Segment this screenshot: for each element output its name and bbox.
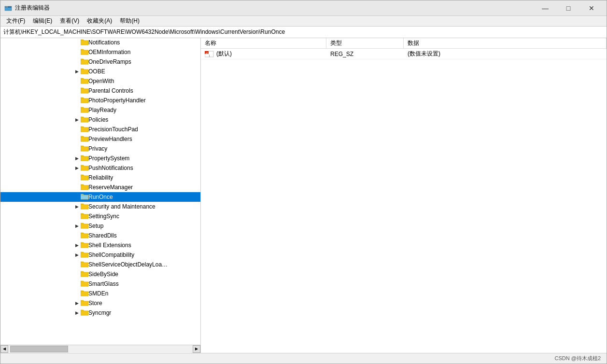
tree-item-oobe[interactable]: ▶ OOBE	[0, 67, 200, 76]
expand-icon-photopropertyhandler	[73, 97, 81, 104]
expand-icon-oobe[interactable]: ▶	[73, 68, 81, 75]
menu-item-e[interactable]: 编辑(E)	[29, 16, 56, 26]
tree-item-shellextensions[interactable]: ▶ Shell Extensions	[0, 240, 200, 250]
folder-icon-parentalcontrols	[81, 87, 88, 95]
menu-item-a[interactable]: 收藏夹(A)	[83, 16, 116, 26]
expand-icon-pushnotifications[interactable]: ▶	[73, 164, 81, 172]
tree-item-reservemanager[interactable]: ReserveManager	[0, 182, 200, 192]
detail-row-0[interactable]: ab | (默认)REG_SZ(数值未设置)	[201, 49, 607, 59]
menu-bar: 文件(F)编辑(E)查看(V)收藏夹(A)帮助(H)	[0, 16, 607, 27]
svg-point-2	[6, 6, 7, 7]
folder-icon-openwith	[81, 77, 88, 85]
window-title: 注册表编辑器	[15, 4, 50, 12]
tree-item-photopropertyhandler[interactable]: PhotoPropertyHandler	[0, 96, 200, 105]
detail-header: 名称 类型 数据	[201, 38, 607, 49]
tree-item-openwith[interactable]: OpenWith	[0, 76, 200, 86]
status-text: CSDN @待木成植2	[554, 355, 601, 362]
tree-label-photopropertyhandler: PhotoPropertyHandler	[88, 97, 146, 104]
expand-icon-smartglass	[73, 280, 81, 288]
tree-item-settingsync[interactable]: SettingSync	[0, 211, 200, 221]
tree-item-oeminformation[interactable]: OEMInformation	[0, 47, 200, 57]
tree-label-reliability: Reliability	[88, 174, 113, 181]
tree-label-runonce: RunOnce	[88, 194, 113, 200]
expand-icon-openwith	[73, 77, 81, 85]
tree-item-reliability[interactable]: Reliability	[0, 173, 200, 182]
expand-icon-policies[interactable]: ▶	[73, 116, 81, 124]
menu-item-v[interactable]: 查看(V)	[56, 16, 83, 26]
tree-label-sidebyside: SideBySide	[88, 271, 118, 278]
close-button[interactable]: ✕	[580, 0, 603, 16]
tree-label-shareddlls: SharedDlls	[88, 232, 117, 239]
expand-icon-sidebyside	[73, 270, 81, 278]
tree-label-pushnotifications: PushNotifications	[88, 165, 133, 171]
tree-item-smden[interactable]: SMDEn	[0, 289, 200, 298]
tree-label-previewhandlers: PreviewHandlers	[88, 136, 132, 142]
tree-item-runonce[interactable]: RunOnce	[0, 192, 200, 202]
expand-icon-shareddlls	[73, 232, 81, 239]
minimize-button[interactable]: —	[534, 0, 556, 16]
tree-item-securityandmaintenance[interactable]: ▶ Security and Maintenance	[0, 202, 200, 211]
col-header-type: 类型	[326, 38, 404, 48]
folder-icon-photopropertyhandler	[81, 97, 88, 105]
col-header-name: 名称	[201, 38, 326, 48]
tree-item-setup[interactable]: ▶ Setup	[0, 221, 200, 231]
tree-item-playready[interactable]: PlayReady	[0, 105, 200, 115]
tree-item-shellserviceobjectdelayload[interactable]: ShellServiceObjectDelayLoa…	[0, 260, 200, 269]
tree-item-privacy[interactable]: Privacy	[0, 144, 200, 154]
folder-icon-shareddlls	[81, 232, 88, 240]
expand-icon-shellextensions[interactable]: ▶	[73, 241, 81, 249]
tree-label-store: Store	[88, 300, 102, 307]
folder-icon-propertysystem	[81, 154, 88, 163]
tree-item-onedriveramps[interactable]: OneDriveRamps	[0, 57, 200, 67]
title-bar: 注册表编辑器 — □ ✕	[0, 0, 607, 16]
folder-icon-smartglass	[81, 280, 88, 288]
menu-item-h[interactable]: 帮助(H)	[116, 16, 143, 26]
tree-label-setup: Setup	[88, 223, 103, 229]
folder-icon-previewhandlers	[81, 135, 88, 143]
menu-item-f[interactable]: 文件(F)	[2, 16, 29, 26]
tree-label-openwith: OpenWith	[88, 78, 114, 84]
tree-item-sidebyside[interactable]: SideBySide	[0, 269, 200, 279]
expand-icon-propertysystem[interactable]: ▶	[73, 154, 81, 162]
tree-pane: Notifications OEMInformation OneDriveRam…	[0, 38, 201, 353]
tree-hscrollbar[interactable]: ◀ ▶	[0, 345, 200, 352]
tree-item-parentalcontrols[interactable]: Parental Controls	[0, 86, 200, 96]
tree-item-syncmgr[interactable]: ▶ Syncmgr	[0, 308, 200, 318]
tree-scroll[interactable]: Notifications OEMInformation OneDriveRam…	[0, 38, 200, 345]
folder-icon-setup	[81, 222, 88, 230]
expand-icon-settingsync	[73, 212, 81, 220]
expand-icon-store[interactable]: ▶	[73, 299, 81, 307]
expand-icon-smden	[73, 290, 81, 297]
tree-item-precisiontouchpad[interactable]: PrecisionTouchPad	[0, 125, 200, 134]
expand-icon-setup[interactable]: ▶	[73, 222, 81, 230]
expand-icon-syncmgr[interactable]: ▶	[73, 309, 81, 317]
folder-icon-precisiontouchpad	[81, 126, 88, 134]
folder-icon-smden	[81, 290, 88, 298]
expand-icon-onedriveramps	[73, 58, 81, 66]
tree-item-store[interactable]: ▶ Store	[0, 298, 200, 308]
tree-item-shareddlls[interactable]: SharedDlls	[0, 231, 200, 240]
maximize-button[interactable]: □	[557, 0, 579, 16]
tree-item-smartglass[interactable]: SmartGlass	[0, 279, 200, 289]
expand-icon-parentalcontrols	[73, 87, 81, 95]
tree-item-pushnotifications[interactable]: ▶ PushNotifications	[0, 163, 200, 173]
tree-item-policies[interactable]: ▶ Policies	[0, 115, 200, 125]
hscroll-thumb[interactable]	[10, 346, 68, 352]
hscroll-left-arrow[interactable]: ◀	[0, 345, 8, 353]
expand-icon-runonce	[73, 193, 81, 201]
tree-label-shellcompatibility: ShellCompatibility	[88, 252, 134, 258]
detail-cell-type-0: REG_SZ	[326, 50, 404, 58]
expand-icon-securityandmaintenance[interactable]: ▶	[73, 203, 81, 210]
title-bar-left: 注册表编辑器	[4, 4, 50, 12]
tree-item-shellcompatibility[interactable]: ▶ ShellCompatibility	[0, 250, 200, 260]
tree-label-privacy: Privacy	[88, 145, 107, 152]
expand-icon-shellcompatibility[interactable]: ▶	[73, 251, 81, 259]
tree-label-smartglass: SmartGlass	[88, 280, 119, 287]
tree-item-notifications[interactable]: Notifications	[0, 38, 200, 47]
expand-icon-shellserviceobjectdelayload	[73, 261, 81, 268]
tree-label-syncmgr: Syncmgr	[88, 309, 111, 316]
hscroll-right-arrow[interactable]: ▶	[193, 345, 200, 353]
tree-item-propertysystem[interactable]: ▶ PropertySystem	[0, 154, 200, 163]
tree-item-previewhandlers[interactable]: PreviewHandlers	[0, 134, 200, 144]
reg-sz-icon: ab |	[205, 51, 214, 57]
